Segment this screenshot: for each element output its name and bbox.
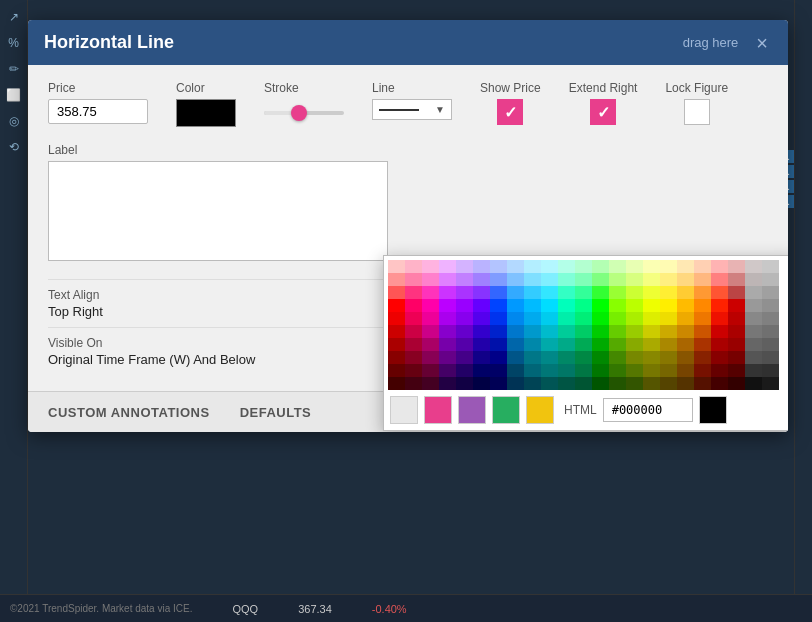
black-color-swatch[interactable]: [699, 396, 727, 424]
square-icon[interactable]: ⬜: [3, 84, 25, 106]
show-price-checkbox[interactable]: [497, 99, 523, 125]
color-cell[interactable]: [456, 377, 473, 390]
color-cell[interactable]: [711, 260, 728, 273]
color-cell[interactable]: [490, 312, 507, 325]
color-cell[interactable]: [660, 351, 677, 364]
color-cell[interactable]: [473, 312, 490, 325]
color-cell[interactable]: [439, 325, 456, 338]
color-cell[interactable]: [558, 312, 575, 325]
color-cell[interactable]: [575, 338, 592, 351]
color-cell[interactable]: [745, 273, 762, 286]
color-cell[interactable]: [575, 325, 592, 338]
color-cell[interactable]: [422, 351, 439, 364]
color-cell[interactable]: [728, 260, 745, 273]
color-cell[interactable]: [745, 351, 762, 364]
color-cell[interactable]: [473, 325, 490, 338]
color-cell[interactable]: [439, 312, 456, 325]
color-cell[interactable]: [728, 377, 745, 390]
preset-color-pink[interactable]: [424, 396, 452, 424]
color-cell[interactable]: [626, 299, 643, 312]
color-cell[interactable]: [745, 364, 762, 377]
color-cell[interactable]: [711, 286, 728, 299]
preset-color-purple[interactable]: [458, 396, 486, 424]
color-cell[interactable]: [507, 325, 524, 338]
color-cell[interactable]: [473, 299, 490, 312]
color-cell[interactable]: [660, 273, 677, 286]
color-cell[interactable]: [388, 273, 405, 286]
color-cell[interactable]: [490, 364, 507, 377]
color-cell[interactable]: [439, 351, 456, 364]
color-cell[interactable]: [626, 286, 643, 299]
lock-figure-checkbox[interactable]: [684, 99, 710, 125]
color-cell[interactable]: [439, 364, 456, 377]
color-cell[interactable]: [711, 377, 728, 390]
color-cell[interactable]: [643, 260, 660, 273]
color-cell[interactable]: [643, 377, 660, 390]
color-cell[interactable]: [507, 338, 524, 351]
color-cell[interactable]: [422, 273, 439, 286]
color-cell[interactable]: [694, 260, 711, 273]
color-cell[interactable]: [660, 260, 677, 273]
color-swatch[interactable]: [176, 99, 236, 127]
color-cell[interactable]: [626, 273, 643, 286]
color-cell[interactable]: [541, 338, 558, 351]
color-cell[interactable]: [439, 338, 456, 351]
color-cell[interactable]: [694, 377, 711, 390]
color-cell[interactable]: [745, 377, 762, 390]
color-cell[interactable]: [762, 338, 779, 351]
color-cell[interactable]: [677, 299, 694, 312]
color-cell[interactable]: [694, 364, 711, 377]
color-cell[interactable]: [609, 286, 626, 299]
color-cell[interactable]: [660, 299, 677, 312]
preset-color-green[interactable]: [492, 396, 520, 424]
color-cell[interactable]: [473, 286, 490, 299]
color-cell[interactable]: [490, 377, 507, 390]
color-cell[interactable]: [422, 260, 439, 273]
color-cell[interactable]: [558, 338, 575, 351]
color-cell[interactable]: [507, 286, 524, 299]
color-cell[interactable]: [507, 377, 524, 390]
color-cell[interactable]: [541, 364, 558, 377]
color-cell[interactable]: [541, 286, 558, 299]
color-cell[interactable]: [524, 325, 541, 338]
color-cell[interactable]: [558, 286, 575, 299]
color-cell[interactable]: [660, 312, 677, 325]
line-dropdown[interactable]: ▼: [372, 99, 452, 120]
color-cell[interactable]: [490, 260, 507, 273]
color-cell[interactable]: [490, 273, 507, 286]
hex-input[interactable]: [603, 398, 693, 422]
color-cell[interactable]: [660, 338, 677, 351]
color-cell[interactable]: [507, 273, 524, 286]
color-cell[interactable]: [422, 312, 439, 325]
color-cell[interactable]: [694, 273, 711, 286]
color-cell[interactable]: [541, 260, 558, 273]
color-cell[interactable]: [711, 312, 728, 325]
color-cell[interactable]: [677, 364, 694, 377]
color-cell[interactable]: [694, 312, 711, 325]
color-cell[interactable]: [541, 351, 558, 364]
color-cell[interactable]: [762, 364, 779, 377]
color-cell[interactable]: [677, 260, 694, 273]
color-cell[interactable]: [490, 299, 507, 312]
color-cell[interactable]: [609, 377, 626, 390]
color-cell[interactable]: [575, 260, 592, 273]
color-cell[interactable]: [728, 286, 745, 299]
color-cell[interactable]: [694, 325, 711, 338]
close-button[interactable]: ×: [752, 33, 772, 53]
color-cell[interactable]: [422, 364, 439, 377]
color-cell[interactable]: [660, 377, 677, 390]
color-cell[interactable]: [405, 364, 422, 377]
color-cell[interactable]: [558, 260, 575, 273]
color-cell[interactable]: [728, 364, 745, 377]
color-cell[interactable]: [677, 377, 694, 390]
color-cell[interactable]: [405, 260, 422, 273]
color-cell[interactable]: [507, 351, 524, 364]
color-cell[interactable]: [388, 351, 405, 364]
color-cell[interactable]: [762, 286, 779, 299]
stroke-thumb[interactable]: [291, 105, 307, 121]
color-cell[interactable]: [677, 273, 694, 286]
color-cell[interactable]: [728, 351, 745, 364]
color-cell[interactable]: [541, 299, 558, 312]
color-cell[interactable]: [762, 260, 779, 273]
color-cell[interactable]: [388, 325, 405, 338]
